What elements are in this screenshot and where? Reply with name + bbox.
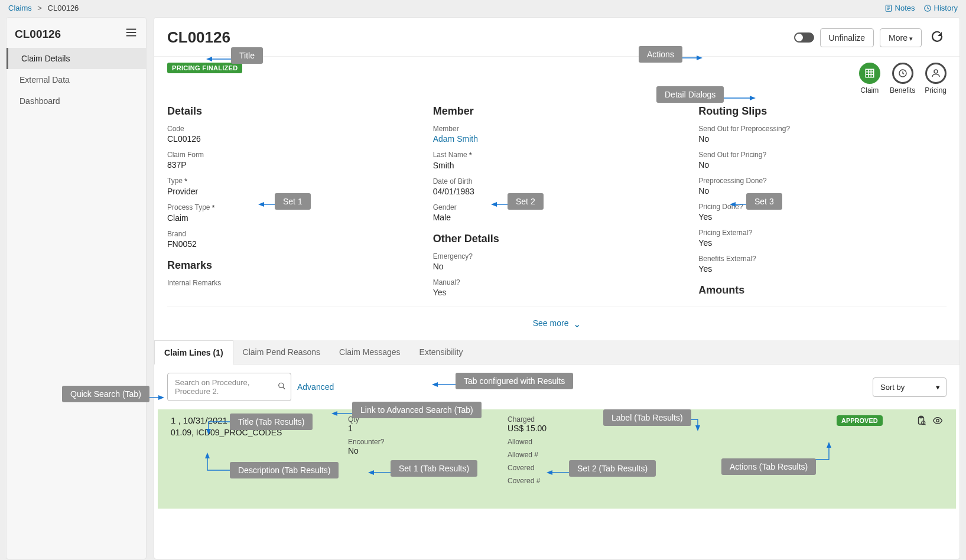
breadcrumb-path: Claims > CL00126 (8, 4, 79, 12)
refresh-icon (930, 30, 944, 44)
sidebar-item-claim-details[interactable]: Claim Details (6, 48, 146, 69)
hamburger-icon[interactable] (125, 26, 138, 42)
svg-marker-32 (491, 202, 497, 207)
callout-desc-tab: Description (Tab Results) (230, 462, 339, 478)
notes-link[interactable]: Notes (884, 4, 915, 12)
encounter-value: No (348, 446, 490, 455)
search-icon (278, 382, 286, 392)
tabs-bar: Claim Lines (1) Claim Pend Reasons Claim… (154, 340, 960, 364)
member-name-link[interactable]: Adam Smith (433, 134, 681, 144)
tab-claim-lines[interactable]: Claim Lines (1) (154, 340, 233, 364)
dialog-benefits[interactable]: Benefits (890, 63, 915, 95)
brand-label: Brand (167, 230, 415, 238)
result-status-chip: APPROVED (837, 415, 883, 426)
advanced-link[interactable]: Advanced (297, 382, 334, 392)
svg-point-22 (936, 419, 939, 422)
chevron-down-icon: ⌄ (573, 319, 581, 329)
callout-set1: Set 1 (275, 193, 311, 210)
internal-remarks-label: Internal Remarks (167, 279, 415, 287)
breadcrumb-root[interactable]: Claims (8, 4, 32, 12)
callout-title: Title (231, 47, 263, 64)
last-name-label: Last Name* (433, 151, 681, 159)
pricing-ext-label: Pricing External? (698, 229, 947, 237)
gender-value: Male (433, 213, 681, 222)
search-input[interactable]: Search on Procedure, Procedure 2. (167, 373, 291, 401)
callout-set1-tab: Set 1 (Tab Results) (391, 460, 477, 477)
unfinalize-button[interactable]: Unfinalize (820, 28, 874, 47)
svg-marker-28 (750, 96, 756, 100)
see-more-link[interactable]: See more ⌄ (167, 306, 947, 336)
eye-icon[interactable] (932, 415, 943, 428)
svg-marker-40 (205, 452, 210, 458)
type-label: Type* (167, 177, 415, 185)
search-placeholder: Search on Procedure, Procedure 2. (175, 378, 249, 396)
pricing-value: No (698, 160, 947, 170)
dob-value: 04/01/1983 (433, 187, 681, 196)
manual-value: Yes (433, 288, 681, 297)
callout-set3: Set 3 (746, 193, 782, 210)
code-value: CL00126 (167, 134, 415, 144)
svg-marker-30 (258, 202, 264, 207)
svg-point-15 (934, 70, 938, 73)
callout-adv-search: Link to Advanced Search (Tab) (352, 402, 482, 418)
breadcrumb-sep: > (37, 4, 42, 12)
emergency-value: No (433, 262, 681, 271)
notes-label: Notes (895, 4, 915, 12)
code-label: Code (167, 125, 415, 133)
preproc-value: No (698, 134, 947, 144)
remarks-title: Remarks (167, 259, 415, 272)
encounter-label: Encounter? (348, 438, 490, 446)
svg-marker-44 (547, 470, 552, 475)
sidebar: CL00126 Claim Details External Data Dash… (6, 17, 147, 559)
sidebar-title: CL00126 (15, 28, 61, 41)
history-label: History (934, 4, 958, 12)
sort-by-dropdown[interactable]: Sort by (873, 377, 947, 397)
svg-rect-9 (866, 69, 874, 77)
dialog-pricing[interactable]: Pricing (925, 63, 947, 95)
tab-pend-reasons[interactable]: Claim Pend Reasons (233, 340, 330, 364)
callout-set2: Set 2 (508, 193, 544, 210)
dialog-benefits-label: Benefits (890, 86, 915, 95)
svg-point-16 (279, 383, 284, 388)
callout-actions-tab: Actions (Tab Results) (721, 458, 816, 475)
tab-extensibility[interactable]: Extensibility (410, 340, 473, 364)
callout-detail-dialogs: Detail Dialogs (656, 86, 724, 103)
svg-marker-48 (158, 395, 164, 400)
preproc-done-value: No (698, 186, 947, 196)
svg-marker-24 (206, 57, 212, 61)
svg-marker-26 (697, 56, 702, 60)
benefits-ext-value: Yes (698, 264, 947, 274)
claim-form-label: Claim Form (167, 151, 415, 159)
svg-marker-46 (827, 442, 831, 448)
svg-line-21 (925, 424, 926, 425)
page-title: CL00126 (167, 28, 230, 47)
covered-num-label: Covered # (508, 477, 819, 485)
manual-label: Manual? (433, 278, 681, 286)
qty-value: 1 (348, 424, 490, 433)
preproc-done-label: Preprocessing Done? (698, 177, 947, 185)
pricing-done-value: Yes (698, 212, 947, 222)
member-title: Member (433, 105, 681, 118)
clipboard-icon[interactable] (916, 415, 926, 428)
svg-marker-39 (206, 429, 211, 435)
refresh-button[interactable] (928, 27, 947, 48)
preproc-label: Send Out for Preprocessing? (698, 125, 947, 133)
callout-actions: Actions (639, 46, 682, 63)
dialog-pricing-label: Pricing (925, 86, 947, 95)
details-title: Details (167, 105, 415, 118)
svg-marker-36 (432, 382, 438, 387)
sidebar-item-dashboard[interactable]: Dashboard (6, 90, 146, 112)
tab-messages[interactable]: Claim Messages (330, 340, 409, 364)
notes-icon (884, 4, 893, 12)
sidebar-item-external-data[interactable]: External Data (6, 69, 146, 90)
callout-tab-results: Tab configured with Results (456, 373, 573, 389)
dialog-claim[interactable]: Claim (859, 63, 880, 95)
toggle-switch[interactable] (794, 32, 814, 43)
clock-icon (897, 68, 908, 79)
callout-label-tab: Label (Tab Results) (603, 409, 691, 426)
more-button[interactable]: More (880, 28, 922, 47)
history-icon (923, 4, 932, 12)
history-link[interactable]: History (923, 4, 958, 12)
dialog-claim-label: Claim (861, 86, 879, 95)
svg-marker-42 (368, 470, 374, 475)
